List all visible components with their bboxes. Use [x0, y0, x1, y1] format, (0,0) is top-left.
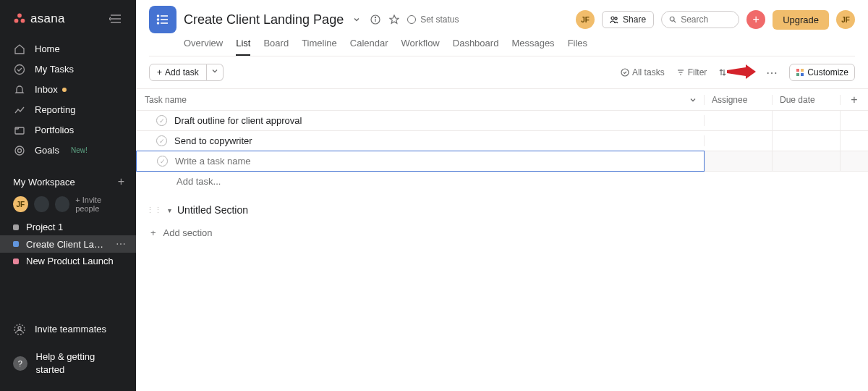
task-row[interactable]: ✓ Send to copywriter — [136, 131, 868, 151]
chevron-down-icon[interactable] — [351, 14, 362, 25]
tab-timeline[interactable]: Timeline — [302, 35, 337, 56]
sort-button[interactable] — [718, 67, 754, 78]
tab-overview[interactable]: Overview — [184, 35, 223, 56]
add-column-button[interactable]: + — [841, 93, 868, 106]
sidebar-item-home[interactable]: Home — [0, 39, 136, 59]
collapse-sidebar-icon[interactable] — [107, 10, 124, 28]
svg-point-22 — [611, 17, 614, 20]
search-field[interactable] — [681, 14, 731, 25]
share-button[interactable]: Share — [602, 11, 654, 28]
svg-point-23 — [615, 17, 617, 20]
project-icon[interactable] — [149, 6, 176, 33]
svg-point-0 — [17, 14, 22, 18]
row-end — [841, 111, 868, 130]
grid-header: Task name Assignee Due date + — [136, 89, 868, 111]
star-icon[interactable] — [388, 14, 400, 25]
complete-task-icon[interactable]: ✓ — [156, 135, 167, 146]
assignee-cell[interactable] — [705, 131, 773, 151]
more-options-button[interactable]: ⋯ — [766, 66, 778, 80]
column-due-date[interactable]: Due date — [773, 95, 841, 105]
tab-files[interactable]: Files — [568, 35, 587, 56]
project-more-icon[interactable]: ⋯ — [114, 238, 127, 250]
invite-teammates-button[interactable]: Invite teammates — [0, 316, 136, 343]
task-row-editing[interactable]: ✓ — [136, 151, 868, 172]
svg-point-17 — [158, 22, 159, 24]
new-task-input[interactable] — [175, 156, 704, 167]
user-avatar[interactable]: JF — [13, 196, 28, 212]
caret-down-icon[interactable]: ▾ — [168, 206, 171, 214]
sidebar: asana Home My Tasks Inbox Reporti — [0, 0, 136, 391]
task-row[interactable]: ✓ Draft outline for client approval — [136, 111, 868, 131]
add-task-row[interactable]: Add task... — [136, 172, 868, 191]
due-date-cell[interactable] — [773, 111, 841, 130]
column-task-name[interactable]: Task name — [136, 95, 705, 105]
sidebar-label: Reporting — [35, 104, 75, 117]
add-task-dropdown[interactable] — [207, 64, 224, 81]
tab-board[interactable]: Board — [263, 35, 289, 56]
add-section-button[interactable]: + Add section — [136, 219, 868, 238]
svg-point-24 — [670, 17, 674, 21]
complete-task-icon[interactable]: ✓ — [156, 115, 167, 126]
sidebar-item-portfolios[interactable]: Portfolios — [0, 120, 136, 140]
svg-point-20 — [375, 17, 376, 17]
drag-handle-icon[interactable]: ⋮⋮ — [146, 206, 162, 215]
assignee-cell[interactable] — [705, 111, 773, 130]
tab-messages[interactable]: Messages — [511, 35, 554, 56]
member-avatar[interactable]: JF — [576, 10, 595, 29]
set-status-button[interactable]: Set status — [407, 14, 459, 25]
people-icon — [610, 15, 618, 24]
svg-rect-31 — [796, 69, 799, 72]
empty-member-slot — [34, 196, 49, 212]
tab-list[interactable]: List — [236, 35, 250, 56]
row-end — [841, 151, 868, 171]
project-name: New Product Launch — [26, 256, 127, 266]
sidebar-item-mytasks[interactable]: My Tasks — [0, 59, 136, 80]
sidebar-item-goals[interactable]: Goals New! — [0, 140, 136, 161]
check-circle-icon — [621, 68, 629, 77]
global-add-button[interactable]: + — [746, 10, 765, 29]
all-tasks-filter[interactable]: All tasks — [621, 67, 665, 77]
filter-button[interactable]: Filter — [676, 67, 707, 77]
brand-name: asana — [30, 12, 65, 26]
upgrade-button[interactable]: Upgrade — [773, 10, 829, 30]
status-label: Set status — [420, 14, 459, 25]
red-arrow-annotation — [730, 67, 754, 78]
tab-workflow[interactable]: Workflow — [401, 35, 440, 56]
empty-member-slot — [55, 196, 70, 212]
invite-teammates-label: Invite teammates — [35, 323, 106, 336]
share-label: Share — [623, 14, 646, 25]
due-date-cell[interactable] — [773, 151, 841, 171]
info-icon[interactable] — [370, 14, 381, 25]
search-input[interactable] — [661, 11, 739, 28]
complete-task-icon[interactable]: ✓ — [157, 156, 168, 167]
project-title[interactable]: Create Client Landing Page — [184, 12, 344, 28]
invite-people-link[interactable]: + Invite people — [75, 196, 124, 213]
customize-button[interactable]: Customize — [789, 64, 855, 81]
tab-calendar[interactable]: Calendar — [350, 35, 388, 56]
workspace-header[interactable]: My Workspace + — [0, 165, 136, 193]
project-item[interactable]: New Product Launch — [0, 253, 136, 269]
sidebar-label: Home — [35, 43, 60, 56]
asana-logo[interactable]: asana — [13, 12, 65, 26]
add-task-button[interactable]: + Add task — [149, 64, 207, 81]
sidebar-item-inbox[interactable]: Inbox — [0, 80, 136, 100]
sidebar-label: Inbox — [35, 83, 58, 96]
project-item-active[interactable]: Create Client Landin... ⋯ — [0, 235, 136, 253]
project-item[interactable]: Project 1 — [0, 219, 136, 235]
project-tabs: Overview List Board Timeline Calendar Wo… — [149, 35, 855, 56]
section-header[interactable]: ⋮⋮ ▾ Untitled Section — [136, 191, 868, 219]
tab-dashboard[interactable]: Dashboard — [453, 35, 499, 56]
due-date-cell[interactable] — [773, 131, 841, 151]
profile-avatar[interactable]: JF — [836, 10, 855, 29]
all-tasks-label: All tasks — [632, 67, 665, 77]
assignee-cell[interactable] — [705, 151, 773, 171]
add-project-icon[interactable]: + — [118, 175, 124, 188]
column-assignee[interactable]: Assignee — [705, 95, 773, 105]
svg-point-1 — [14, 19, 19, 23]
sidebar-item-reporting[interactable]: Reporting — [0, 100, 136, 120]
sidebar-label: Portfolios — [35, 124, 74, 137]
customize-label: Customize — [807, 67, 848, 77]
help-button[interactable]: ? Help & getting started — [0, 343, 136, 384]
chevron-down-icon[interactable] — [689, 96, 697, 104]
check-circle-icon — [13, 63, 26, 76]
